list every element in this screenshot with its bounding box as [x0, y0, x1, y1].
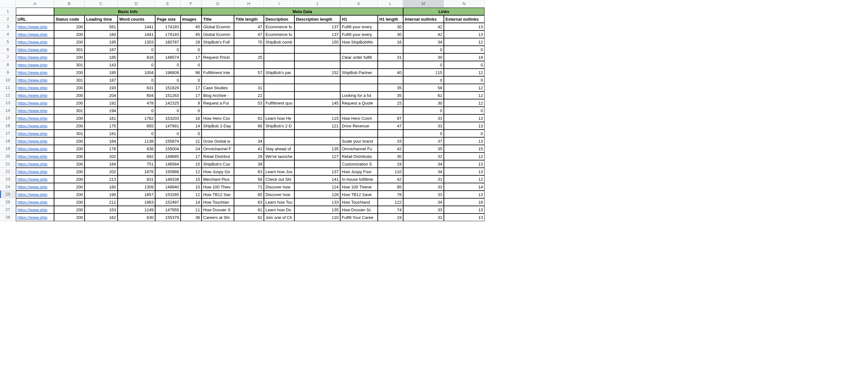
cell-H18[interactable]: 34	[234, 137, 264, 145]
cell-D6[interactable]: 0	[118, 46, 155, 53]
cell-N12[interactable]: 12	[444, 92, 485, 99]
row-header-14[interactable]: 14	[0, 107, 16, 115]
cell-M7[interactable]: 30	[403, 53, 444, 61]
cell-F18[interactable]: 21	[181, 137, 202, 145]
cell-L24[interactable]: 95	[378, 183, 403, 191]
header-K[interactable]: H1	[340, 15, 378, 23]
cell-L20[interactable]: 30	[378, 153, 403, 160]
cell-A8[interactable]: https://www.ship	[16, 61, 54, 69]
cell-L23[interactable]: 42	[378, 175, 403, 183]
cell-D23[interactable]: 831	[118, 175, 155, 183]
row-header-24[interactable]: 24	[0, 183, 16, 191]
cell-A1[interactable]	[16, 8, 54, 15]
cell-A22[interactable]: https://www.ship	[16, 168, 54, 175]
cell-N14[interactable]: 0	[444, 107, 485, 115]
cell-N20[interactable]: 12	[444, 153, 485, 160]
cell-E13[interactable]: 142325	[155, 99, 181, 107]
cell-I12[interactable]	[264, 92, 294, 99]
cell-F15[interactable]: 16	[181, 115, 202, 122]
url-link[interactable]: https://www.ship	[18, 169, 48, 174]
cell-H20[interactable]: 29	[234, 153, 264, 160]
cell-B3[interactable]: 200	[54, 23, 85, 31]
column-header-K[interactable]: K	[340, 0, 378, 8]
cell-A15[interactable]: https://www.ship	[16, 115, 54, 122]
cell-K28[interactable]: Fulfill Your Caree	[340, 214, 378, 221]
cell-D28[interactable]: 630	[118, 214, 155, 221]
cell-H12[interactable]: 22	[234, 92, 264, 99]
column-header-G[interactable]: G	[202, 0, 234, 8]
cell-G21[interactable]: ShipBob's Cus	[202, 160, 234, 168]
column-header-B[interactable]: B	[54, 0, 85, 8]
cell-K27[interactable]: How Dossier Sc	[340, 206, 378, 214]
cell-L12[interactable]: 35	[378, 92, 403, 99]
cell-K25[interactable]: How TB12 Save	[340, 191, 378, 198]
cell-A17[interactable]: https://www.ship	[16, 130, 54, 137]
cell-N22[interactable]: 13	[444, 168, 485, 175]
cell-J18[interactable]	[294, 137, 340, 145]
cell-H3[interactable]: 47	[234, 23, 264, 31]
url-link[interactable]: https://www.ship	[18, 207, 48, 212]
cell-A14[interactable]: https://www.ship	[16, 107, 54, 115]
cell-A24[interactable]: https://www.ship	[16, 183, 54, 191]
cell-D17[interactable]: 0	[118, 130, 155, 137]
cell-H25[interactable]: 65	[234, 191, 264, 198]
cell-N9[interactable]: 12	[444, 69, 485, 76]
cell-E17[interactable]: 0	[155, 130, 181, 137]
header-B[interactable]: Status code	[54, 15, 85, 23]
cell-M8[interactable]: 0	[403, 61, 444, 69]
cell-J25[interactable]: 128	[294, 191, 340, 198]
cell-H14[interactable]	[234, 107, 264, 115]
url-link[interactable]: https://www.ship	[18, 40, 48, 44]
cell-I21[interactable]	[264, 160, 294, 168]
cell-C23[interactable]: 213	[85, 175, 118, 183]
cell-J8[interactable]	[294, 61, 340, 69]
cell-L19[interactable]: 42	[378, 145, 403, 153]
cell-E27[interactable]: 147955	[155, 206, 181, 214]
cell-A20[interactable]: https://www.ship	[16, 153, 54, 160]
header-G[interactable]: Title	[202, 15, 234, 23]
cell-L11[interactable]: 35	[378, 84, 403, 92]
cell-D22[interactable]: 1876	[118, 168, 155, 175]
cell-D20[interactable]: 692	[118, 153, 155, 160]
cell-C25[interactable]: 190	[85, 191, 118, 198]
cell-G5[interactable]: ShipBob's Fulf	[202, 38, 234, 46]
header-J[interactable]: Description length	[294, 15, 340, 23]
cell-G11[interactable]: Case Studies	[202, 84, 234, 92]
cell-E22[interactable]: 150986	[155, 168, 181, 175]
cell-J10[interactable]	[294, 76, 340, 84]
cell-D7[interactable]: 816	[118, 53, 155, 61]
cell-G22[interactable]: How Juspy Go	[202, 168, 234, 175]
cell-C21[interactable]: 164	[85, 160, 118, 168]
cell-G9[interactable]: Fulfillment Inte	[202, 69, 234, 76]
cell-G19[interactable]: Omnichannel F	[202, 145, 234, 153]
cell-G15[interactable]: How Hero Cos	[202, 115, 234, 122]
cell-H17[interactable]	[234, 130, 264, 137]
cell-N23[interactable]: 12	[444, 175, 485, 183]
cell-E19[interactable]: 155004	[155, 145, 181, 153]
cell-B13[interactable]: 200	[54, 99, 85, 107]
cell-I14[interactable]	[264, 107, 294, 115]
row-header-8[interactable]: 8	[0, 61, 16, 69]
cell-M26[interactable]: 34	[403, 198, 444, 206]
cell-L14[interactable]	[378, 107, 403, 115]
cell-E7[interactable]: 149574	[155, 53, 181, 61]
cell-K18[interactable]: Scale your brand	[340, 137, 378, 145]
cell-M13[interactable]: 30	[403, 99, 444, 107]
cell-M19[interactable]: 35	[403, 145, 444, 153]
header-A[interactable]: URL	[16, 15, 54, 23]
cell-N25[interactable]: 13	[444, 191, 485, 198]
cell-A28[interactable]: https://www.ship	[16, 214, 54, 221]
cell-G4[interactable]: Global Ecomm	[202, 31, 234, 38]
cell-L21[interactable]: 19	[378, 160, 403, 168]
header-C[interactable]: Loading time	[85, 15, 118, 23]
cell-J13[interactable]: 145	[294, 99, 340, 107]
cell-H10[interactable]	[234, 76, 264, 84]
cell-C20[interactable]: 202	[85, 153, 118, 160]
row-header-28[interactable]: 28	[0, 214, 16, 221]
cell-B27[interactable]: 200	[54, 206, 85, 214]
cell-C11[interactable]: 193	[85, 84, 118, 92]
url-link[interactable]: https://www.ship	[18, 116, 48, 121]
column-header-D[interactable]: D	[118, 0, 155, 8]
cell-M14[interactable]: 0	[403, 107, 444, 115]
cell-E24[interactable]: 149940	[155, 183, 181, 191]
